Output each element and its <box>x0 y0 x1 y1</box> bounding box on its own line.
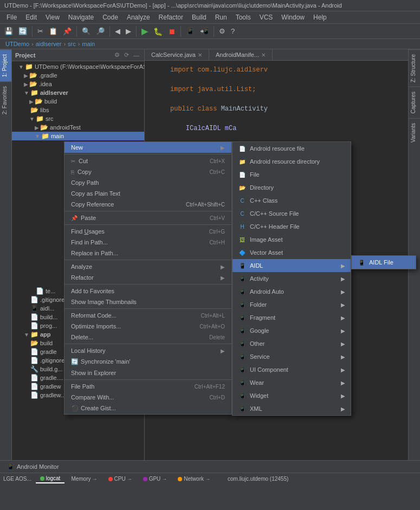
sub-item-activity[interactable]: 📱 Activity ▶ <box>232 272 351 285</box>
ctx-item-findusages[interactable]: Find Usages Ctrl+G <box>64 226 231 237</box>
toolbar-btn-2[interactable]: 🔄 <box>16 26 29 36</box>
toolbar-btn-1[interactable]: 💾 <box>2 26 15 36</box>
toolbar-btn-forward[interactable]: ▶ <box>124 26 133 36</box>
tree-item-main[interactable]: ▼ 📁 main <box>12 132 144 140</box>
side-tab-favorites[interactable]: 2: Favorites <box>0 81 11 119</box>
tree-item-gradle[interactable]: ▶ 📂 .gradle <box>12 71 144 80</box>
toolbar-btn-search2[interactable]: 🔎 <box>94 26 107 36</box>
sub-item-android-resource-file[interactable]: 📄 Android resource file <box>232 142 351 155</box>
toolbar-sdk[interactable]: 📱 <box>184 26 197 36</box>
toolbar-btn-cut[interactable]: ✂ <box>35 26 46 36</box>
sub-item-vector-asset[interactable]: 🔷 Vector Asset <box>232 246 351 259</box>
sub-item-file[interactable]: 📄 File <box>232 168 351 181</box>
tree-item-libs[interactable]: 📂 libs <box>12 106 144 114</box>
tab-androidmanifest[interactable]: AndroidManife... ✕ <box>209 49 273 60</box>
tab-close-manifest[interactable]: ✕ <box>261 52 266 58</box>
tree-item-androidtest[interactable]: ▶ 📂 androidTest <box>12 123 144 132</box>
sub-item-widget[interactable]: 📱 Widget ▶ <box>232 389 351 402</box>
menu-run[interactable]: Run <box>211 12 231 22</box>
toolbar-btn-copy[interactable]: 📋 <box>47 26 60 36</box>
menu-tools[interactable]: Tools <box>231 12 255 22</box>
ctx-item-copypath[interactable]: Copy Path <box>64 177 231 188</box>
sub-item-ui-component[interactable]: 📱 UI Component ▶ <box>232 363 351 376</box>
toolbar-btn-back[interactable]: ◀ <box>113 26 122 36</box>
toolbar-btn-search[interactable]: 🔍 <box>80 26 93 36</box>
sub-item-wear[interactable]: 📱 Wear ▶ <box>232 376 351 389</box>
menu-build[interactable]: Build <box>188 12 211 22</box>
ctx-item-paste[interactable]: 📌Paste Ctrl+V <box>64 212 231 223</box>
breadcrumb-item-1[interactable]: aidlserver <box>36 41 62 47</box>
mon-tab-network[interactable]: Network → <box>173 475 215 483</box>
sub-item-android-resource-dir[interactable]: 📁 Android resource directory <box>232 155 351 168</box>
ctx-item-findinpath[interactable]: Find in Path... Ctrl+H <box>64 237 231 248</box>
sub-item-folder[interactable]: 📱 Folder ▶ <box>232 298 351 311</box>
menu-file[interactable]: File <box>2 12 21 22</box>
tab-calcservice[interactable]: CalcService.java ✕ <box>145 49 209 60</box>
tree-item-aidlserver[interactable]: ▼ 📁 aidlserver <box>12 88 144 97</box>
menu-code[interactable]: Code <box>98 12 122 22</box>
ctx-item-creategist[interactable]: ⚫Create Gist... <box>64 403 231 414</box>
ctx-item-sync[interactable]: 🔄Synchronize 'main' <box>64 356 231 367</box>
tree-item-build[interactable]: ▶ 📂 build <box>12 97 144 106</box>
sub-item-aidl[interactable]: 📱 AIDL ▶ <box>232 259 351 272</box>
toolbar-btn-paste[interactable]: 📌 <box>61 26 74 36</box>
sub-item-cpp-class[interactable]: C C++ Class <box>232 194 351 207</box>
menu-help[interactable]: Help <box>309 12 331 22</box>
toolbar-settings[interactable]: ⚙ <box>217 26 228 36</box>
toolbar-avd[interactable]: 📲 <box>198 26 211 36</box>
ctx-item-reformat[interactable]: Reformat Code... Ctrl+Alt+L <box>64 310 231 321</box>
sub-item-directory[interactable]: 📂 Directory <box>232 181 351 194</box>
panel-settings-btn[interactable]: ⚙ <box>113 51 121 59</box>
panel-collapse-btn[interactable]: — <box>132 51 141 59</box>
mon-tab-cpu[interactable]: CPU → <box>104 475 137 483</box>
ctx-item-analyze[interactable]: Analyze ▶ <box>64 261 231 272</box>
sub-item-cpp-source[interactable]: C C/C++ Source File <box>232 207 351 220</box>
sub2-item-aidl-file[interactable]: 📱 AIDL File <box>352 256 416 269</box>
breadcrumb-item-0[interactable]: UTDemo <box>5 41 29 47</box>
sub-item-other[interactable]: 📱 Other ▶ <box>232 337 351 350</box>
ctx-item-comparewith[interactable]: Compare With... Ctrl+D <box>64 392 231 403</box>
ctx-item-copyref[interactable]: Copy Reference Ctrl+Alt+Shift+C <box>64 199 231 210</box>
sub-item-fragment[interactable]: 📱 Fragment ▶ <box>232 311 351 324</box>
ctx-item-copyplain[interactable]: Copy as Plain Text <box>64 188 231 199</box>
mon-tab-gpu[interactable]: GPU → <box>139 475 172 483</box>
tree-item-utdemo[interactable]: ▼ 📁 UTDemo (F:\Workspace\WorkspaceForAS\… <box>12 62 144 71</box>
tree-item-src[interactable]: ▼ 📁 src <box>12 114 144 123</box>
bottom-tab-android-monitor[interactable]: 📱 Android Monitor <box>2 462 63 472</box>
ctx-item-thumbnails[interactable]: Show Image Thumbnails <box>64 296 231 307</box>
sub-item-google[interactable]: 📱 Google ▶ <box>232 324 351 337</box>
ctx-item-new[interactable]: New ▶ <box>64 142 231 153</box>
menu-vcs[interactable]: VCS <box>255 12 277 22</box>
panel-sync-btn[interactable]: ⟳ <box>122 51 131 59</box>
ctx-item-addfavorites[interactable]: Add to Favorites <box>64 286 231 296</box>
toolbar-stop[interactable]: ⏹ <box>166 26 178 37</box>
ctx-item-cut[interactable]: ✂Cut Ctrl+X <box>64 156 231 166</box>
ctx-item-copy[interactable]: ⎘Copy Ctrl+C <box>64 166 231 177</box>
tab-close-calcservice[interactable]: ✕ <box>198 52 202 58</box>
tree-item-idea[interactable]: ▶ 📂 .idea <box>12 80 144 88</box>
sub-item-xml[interactable]: 📱 XML ▶ <box>232 402 351 415</box>
menu-navigate[interactable]: Navigate <box>64 12 98 22</box>
mon-tab-logcat[interactable]: logcat <box>36 474 65 483</box>
side-tab-variants[interactable]: Variants <box>409 118 420 147</box>
toolbar-debug[interactable]: 🐛 <box>151 26 165 37</box>
side-tab-project[interactable]: 1: Project <box>0 49 11 81</box>
ctx-item-filepath[interactable]: File Path Ctrl+Alt+F12 <box>64 381 231 392</box>
ctx-item-showinexplorer[interactable]: Show in Explorer <box>64 367 231 378</box>
menu-window[interactable]: Window <box>277 12 309 22</box>
sub-item-cpp-header[interactable]: H C/C++ Header File <box>232 220 351 233</box>
ctx-item-optimize[interactable]: Optimize Imports... Ctrl+Alt+O <box>64 321 231 332</box>
toolbar-help2[interactable]: ? <box>229 26 237 36</box>
side-tab-captures[interactable]: Captures <box>409 87 420 118</box>
menu-analyze[interactable]: Analyze <box>122 12 154 22</box>
menu-refactor[interactable]: Refactor <box>154 12 188 22</box>
ctx-item-localhistory[interactable]: Local History ▶ <box>64 345 231 356</box>
mon-tab-memory[interactable]: Memory → <box>67 475 101 483</box>
ctx-item-refactor[interactable]: Refactor ▶ <box>64 272 231 283</box>
menu-edit[interactable]: Edit <box>21 12 41 22</box>
side-tab-structure[interactable]: Z: Structure <box>409 49 420 87</box>
ctx-item-replaceinpath[interactable]: Replace in Path... <box>64 248 231 259</box>
breadcrumb-item-3[interactable]: main <box>82 41 95 47</box>
ctx-item-delete[interactable]: Delete... Delete <box>64 332 231 343</box>
menu-view[interactable]: View <box>41 12 64 22</box>
